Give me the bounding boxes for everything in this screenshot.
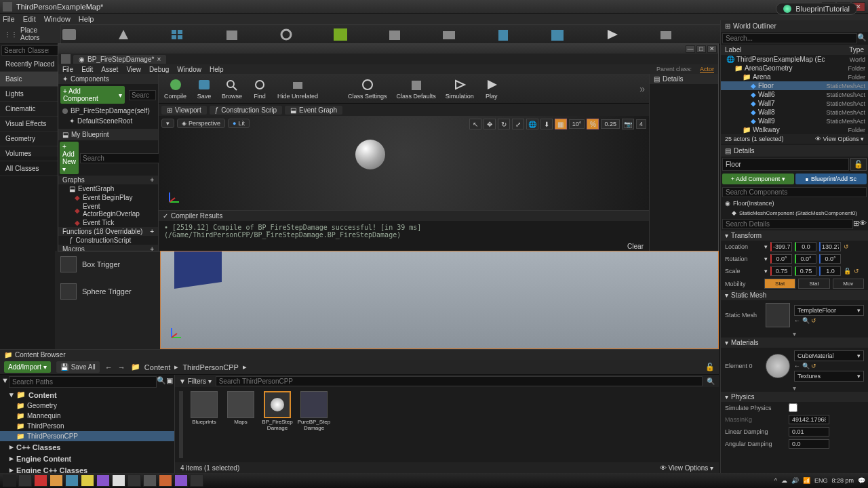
rot-x[interactable] (770, 254, 792, 264)
bp-menu-window[interactable]: Window (177, 66, 201, 73)
source-control-icon[interactable] (58, 26, 80, 43)
browse-button[interactable]: Browse (220, 76, 243, 101)
asset-blueprints-folder[interactable]: Blueprints (189, 391, 220, 458)
instance-row[interactable]: ◉Floor(Instance) (721, 199, 868, 208)
expand-section-icon[interactable]: ▾ (721, 330, 868, 338)
scale-y[interactable] (795, 266, 816, 276)
app-icon[interactable] (112, 474, 125, 487)
scale-snap-value[interactable]: 0.25 (601, 119, 620, 129)
view-options-button[interactable]: 👁 View Options ▾ (660, 464, 713, 472)
crumb-content[interactable]: Content (144, 363, 171, 371)
scale-snap-toggle[interactable]: % (587, 119, 599, 129)
wo-wall6[interactable]: ◆Wall6StaticMeshAct (721, 90, 868, 99)
menu-help[interactable]: Help (79, 15, 94, 23)
app-icon[interactable] (159, 474, 172, 487)
app-icon[interactable] (143, 474, 157, 487)
lock-icon[interactable]: 🔓 (850, 158, 867, 171)
app-icon[interactable] (65, 474, 79, 487)
menu-edit[interactable]: Edit (23, 15, 36, 23)
bp-menu-file[interactable]: File (62, 66, 73, 73)
bp-viewport[interactable]: ▾ ◈Perspective ●Lit ↖ ✥ ↻ ⤢ 🌐 ⬇ ▦ 10° % … (159, 116, 649, 210)
section-materials[interactable]: ▾ Materials (721, 338, 868, 348)
search-components[interactable] (722, 187, 867, 197)
wo-wall7[interactable]: ◆Wall7StaticMeshAct (721, 99, 868, 108)
translate-tool[interactable]: ✥ (484, 119, 496, 129)
select-tool[interactable]: ↖ (469, 119, 481, 129)
cinematics-icon[interactable] (438, 26, 460, 43)
item-box-trigger[interactable]: Box Trigger (55, 251, 160, 278)
class-settings-button[interactable]: Class Settings (347, 76, 389, 101)
app-icon[interactable] (174, 474, 188, 487)
bp-close[interactable]: ✕ (707, 45, 717, 53)
section-static-mesh[interactable]: ▾ Static Mesh (721, 290, 868, 300)
plus-icon[interactable]: + (150, 176, 154, 184)
reset-icon[interactable]: ↺ (854, 268, 859, 274)
launch-icon[interactable] (655, 26, 677, 43)
tab-event-graph[interactable]: ⬓Event Graph (285, 106, 342, 115)
use-icon[interactable]: ← (794, 363, 800, 369)
my-blueprint-search[interactable] (80, 153, 172, 163)
tab-basic[interactable]: Basic (0, 72, 60, 87)
camera-speed[interactable]: 📷 (622, 119, 634, 129)
crumb-tpcpp[interactable]: ThirdPersonCPP (182, 363, 239, 371)
bp-maximize[interactable]: □ (696, 45, 706, 53)
tab-viewport[interactable]: ⊞Viewport (161, 106, 207, 115)
plus-icon[interactable]: + (150, 245, 154, 251)
add-component-button[interactable]: + Add Component ▾ (722, 174, 794, 184)
lit-dropdown[interactable]: ●Lit (228, 119, 250, 128)
mesh-dropdown[interactable]: TemplateFloor▾ (794, 305, 864, 316)
view-options-button[interactable]: 👁 View Options ▾ (815, 136, 864, 142)
nav-forward[interactable]: → (118, 363, 125, 371)
dropdown-icon[interactable]: ▾ (764, 256, 768, 262)
actor-name-input[interactable] (722, 158, 849, 171)
item-sphere-trigger[interactable]: Sphere Trigger (55, 278, 160, 305)
lock-scale-icon[interactable]: 🔓 (844, 268, 851, 274)
browse-icon[interactable]: 🔍 (802, 317, 810, 324)
tab-recently-placed[interactable]: Recently Placed (0, 57, 60, 72)
toolbar-overflow-icon[interactable]: » (639, 83, 645, 94)
content-icon[interactable] (167, 26, 189, 43)
loc-z[interactable] (819, 242, 841, 251)
tree-engine-cpp[interactable]: ▸Engine C++ Classes (0, 464, 174, 473)
smc-row[interactable]: ◆StaticMeshComponent (StaticMeshComponen… (721, 208, 868, 218)
add-new-button[interactable]: + Add New ▾ (60, 142, 79, 174)
mass-input[interactable] (789, 415, 829, 424)
grid-snap-toggle[interactable]: ▦ (555, 119, 567, 129)
app-icon[interactable] (127, 474, 141, 487)
tab-lights[interactable]: Lights (0, 87, 60, 102)
tab-construction-script[interactable]: ƒConstruction Scrip (210, 106, 282, 115)
reset-icon[interactable]: ↺ (811, 317, 816, 324)
wo-wall8[interactable]: ◆Wall8StaticMeshAct (721, 108, 868, 117)
level-viewport[interactable] (160, 251, 719, 349)
collapse-icon[interactable]: ▣ (166, 376, 173, 388)
cloud-icon[interactable]: ☁ (781, 477, 787, 484)
tree-content[interactable]: ▾📁Content (0, 389, 174, 401)
asset-bp-firestep[interactable]: BP_FireStep Damage (262, 391, 293, 458)
notifications-icon[interactable]: 💬 (858, 477, 865, 484)
bp-menu-edit[interactable]: Edit (81, 66, 93, 73)
wo-floor[interactable]: ◆FloorStaticMeshAct (721, 81, 868, 90)
wo-arena[interactable]: 📁ArenaFolder (721, 73, 868, 81)
asset-purebp-step[interactable]: PureBP_Step Damage (298, 391, 330, 458)
filter-icon[interactable]: ▼ (1, 376, 9, 388)
dropdown-icon[interactable]: ▾ (764, 243, 768, 250)
section-macros[interactable]: Macros+ (58, 245, 158, 251)
search-icon[interactable]: 🔍 (707, 378, 715, 385)
section-physics[interactable]: ▾ Physics (721, 392, 868, 402)
tree-mannequin[interactable]: 📁Mannequin (0, 411, 174, 421)
clock[interactable]: 8:28 pm (831, 477, 854, 484)
scale-z[interactable] (819, 266, 841, 276)
bp-play-button[interactable]: Play (482, 76, 501, 101)
app-icon[interactable] (190, 474, 203, 487)
volume-icon[interactable]: 🔊 (791, 477, 799, 484)
components-search[interactable] (129, 90, 156, 100)
scale-x[interactable] (770, 266, 792, 276)
filters-dropdown[interactable]: ▼ Filters ▾ (179, 378, 212, 385)
rot-z[interactable] (819, 254, 841, 264)
browse-icon[interactable]: 🔍 (802, 363, 810, 369)
compiler-clear-button[interactable]: Clear (159, 241, 649, 251)
section-functions[interactable]: Functions (18 Overridable)+ (58, 227, 158, 236)
app-icon[interactable] (50, 474, 63, 487)
mobility-movable[interactable]: Mov (833, 279, 864, 289)
menu-window[interactable]: Window (44, 15, 71, 23)
